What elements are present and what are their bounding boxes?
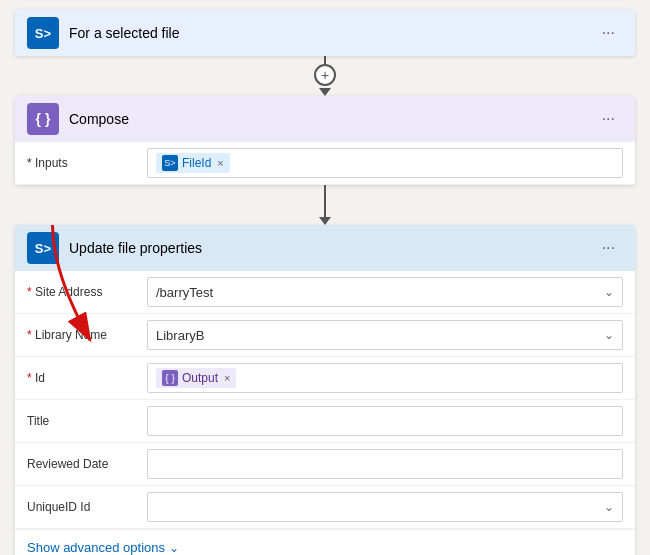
sharepoint-icon: S> — [35, 26, 51, 41]
connector-1: + — [314, 56, 336, 96]
site-address-chevron: ⌄ — [604, 285, 614, 299]
output-token-close[interactable]: × — [224, 372, 230, 384]
compose-title: Compose — [69, 111, 594, 127]
flow-canvas: S> For a selected file ··· + { } Compose… — [10, 10, 640, 555]
plus-icon-1: + — [321, 67, 329, 83]
connector-line-2 — [324, 185, 326, 217]
compose-icon-box: { } — [27, 103, 59, 135]
reviewed-date-row: Reviewed Date — [15, 443, 635, 486]
advanced-options-row: Show advanced options ⌄ — [15, 529, 635, 555]
fileid-token-text: FileId — [182, 156, 211, 170]
library-name-row: * Library Name LibraryB ⌄ — [15, 314, 635, 357]
title-field[interactable] — [147, 406, 623, 436]
site-address-required-star: * — [27, 285, 35, 299]
compose-body: * Inputs S> FileId × — [15, 142, 635, 185]
reviewed-date-field[interactable] — [147, 449, 623, 479]
site-address-value: /barryTest — [156, 285, 213, 300]
site-address-label: * Site Address — [27, 285, 147, 299]
compose-more-button[interactable]: ··· — [594, 106, 623, 132]
uniqueid-label: UniqueID Id — [27, 500, 147, 514]
output-token: { } Output × — [156, 368, 236, 388]
fileid-token-icon: S> — [162, 155, 178, 171]
uniqueid-chevron: ⌄ — [604, 500, 614, 514]
sharepoint-icon-box: S> — [27, 17, 59, 49]
selected-file-header: S> For a selected file ··· — [15, 10, 635, 56]
compose-inputs-row: * Inputs S> FileId × — [15, 142, 635, 185]
library-name-chevron: ⌄ — [604, 328, 614, 342]
update-header: S> Update file properties ··· — [15, 225, 635, 271]
id-row: * Id { } Output × — [15, 357, 635, 400]
uniqueid-field[interactable]: ⌄ — [147, 492, 623, 522]
library-name-value: LibraryB — [156, 328, 204, 343]
selected-file-card: S> For a selected file ··· — [15, 10, 635, 56]
output-token-text: Output — [182, 371, 218, 385]
id-field[interactable]: { } Output × — [147, 363, 623, 393]
site-address-field[interactable]: /barryTest ⌄ — [147, 277, 623, 307]
selected-file-more-button[interactable]: ··· — [594, 20, 623, 46]
library-name-label: * Library Name — [27, 328, 147, 342]
id-required-star: * — [27, 371, 35, 385]
title-label: Title — [27, 414, 147, 428]
update-body: * Site Address /barryTest ⌄ * Library Na… — [15, 271, 635, 555]
fileid-token-close[interactable]: × — [217, 157, 223, 169]
title-row: Title — [15, 400, 635, 443]
compose-header: { } Compose ··· — [15, 96, 635, 142]
update-title: Update file properties — [69, 240, 594, 256]
connector-line-1 — [324, 56, 326, 64]
update-card: S> Update file properties ··· * Site Add… — [15, 225, 635, 555]
fileid-token: S> FileId × — [156, 153, 230, 173]
add-step-button-1[interactable]: + — [314, 64, 336, 86]
library-name-field[interactable]: LibraryB ⌄ — [147, 320, 623, 350]
update-more-button[interactable]: ··· — [594, 235, 623, 261]
compose-icon: { } — [36, 111, 51, 127]
uniqueid-row: UniqueID Id ⌄ — [15, 486, 635, 529]
update-sharepoint-icon: S> — [35, 241, 51, 256]
compose-inputs-field[interactable]: S> FileId × — [147, 148, 623, 178]
update-icon-box: S> — [27, 232, 59, 264]
arrow-2 — [319, 217, 331, 225]
advanced-options-chevron: ⌄ — [169, 541, 179, 555]
library-name-required-star: * — [27, 328, 35, 342]
compose-card: { } Compose ··· * Inputs S> FileId × — [15, 96, 635, 185]
connector-2 — [319, 185, 331, 225]
selected-file-title: For a selected file — [69, 25, 594, 41]
id-label: * Id — [27, 371, 147, 385]
show-advanced-options-link[interactable]: Show advanced options — [27, 540, 165, 555]
compose-inputs-label: * Inputs — [27, 156, 147, 170]
arrow-1 — [319, 88, 331, 96]
output-token-icon: { } — [162, 370, 178, 386]
site-address-row: * Site Address /barryTest ⌄ — [15, 271, 635, 314]
reviewed-date-label: Reviewed Date — [27, 457, 147, 471]
